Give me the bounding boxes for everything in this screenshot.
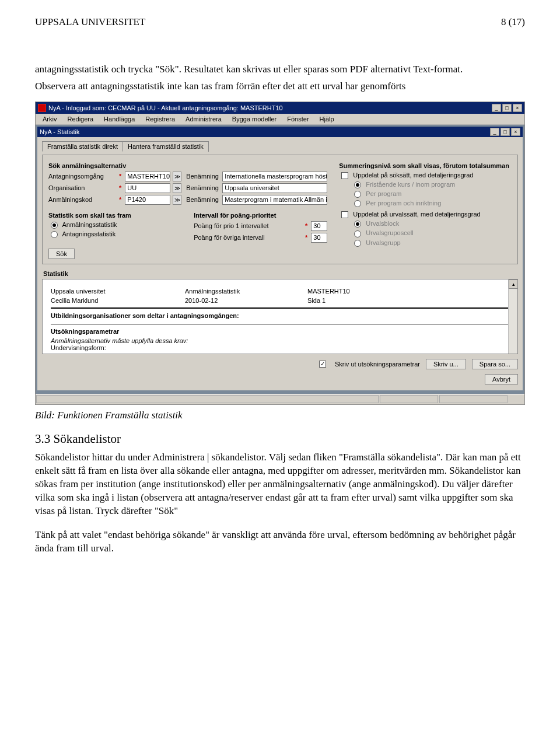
opt-label: Per program	[366, 190, 401, 197]
intro-block: antagningsstatistik och trycka "Sök". Re…	[35, 63, 525, 93]
lookup-button[interactable]: ≫	[173, 183, 181, 193]
inner-close-button[interactable]: ×	[511, 128, 520, 136]
label-prio1: Poäng för prio 1 intervallet	[194, 222, 302, 229]
input-ovriga[interactable]: 30	[311, 233, 327, 243]
radio-icon	[354, 191, 361, 198]
required-marker: *	[118, 173, 123, 180]
checkbox-icon	[341, 172, 348, 179]
checkbox-icon	[341, 211, 348, 218]
label-benamning: Benämning	[184, 184, 220, 191]
header-left: UPPSALA UNIVERSITET	[35, 16, 145, 28]
opt-antagningsstatistik[interactable]: Antagningsstatistik	[51, 230, 182, 238]
inner-maximize-button[interactable]: □	[501, 128, 510, 136]
opt-label: Urvalsgruposcell	[366, 229, 413, 236]
titlebar-outer: NyA - Inloggad som: CECMAR på UU - Aktue…	[36, 102, 524, 114]
radio-icon	[354, 200, 361, 207]
menu-administrera[interactable]: Administrera	[181, 115, 226, 123]
skriv-ut-button[interactable]: Skriv u...	[426, 359, 466, 369]
titlebar-inner: NyA - Statistik _ □ ×	[37, 127, 523, 137]
chk-label: Uppdelat på söksätt, med detaljeringsgra…	[353, 172, 473, 179]
input-antagningsomgang[interactable]: MASTERHT10	[125, 172, 170, 181]
input-prio1[interactable]: 30	[311, 221, 327, 231]
row-ovriga: Poäng för övriga intervall * 30	[194, 233, 327, 243]
radio-icon	[354, 181, 361, 188]
required-marker: *	[118, 196, 123, 203]
menu-arkiv[interactable]: Arkiv	[38, 115, 61, 123]
radio-icon	[354, 230, 361, 237]
intro-p1: antagningsstatistik och trycka "Sök". Re…	[35, 63, 525, 76]
avbryt-button[interactable]: Avbryt	[485, 374, 518, 385]
menu-handlagga[interactable]: Handlägga	[99, 115, 139, 123]
spara-som-button[interactable]: Spara so...	[472, 359, 518, 369]
divider	[51, 324, 509, 324]
header-right: 8 (17)	[501, 16, 525, 28]
lookup-button[interactable]: ≫	[173, 195, 181, 205]
window-title: NyA - Inloggad som: CECMAR på UU - Aktue…	[48, 104, 283, 111]
input-anmalningskod[interactable]: P1420	[125, 195, 170, 205]
stat-round: MASTERHT10	[307, 288, 509, 295]
menu-bygga-modeller[interactable]: Bygga modeller	[228, 115, 281, 123]
stat-type-heading: Statistik som skall tas fram	[48, 212, 182, 219]
interval-heading: Intervall för poäng-prioritet	[194, 212, 327, 219]
chk-skriv-ut-params: Skriv ut utsökningsparametrar	[335, 361, 420, 368]
statusbar	[36, 394, 524, 404]
lookup-button[interactable]: ≫	[173, 172, 181, 181]
menu-redigera[interactable]: Redigera	[62, 115, 98, 123]
label-benamning: Benämning	[184, 173, 220, 180]
sok-button[interactable]: Sök	[48, 249, 75, 259]
opt-anmalningsstatistik[interactable]: Anmälningsstatistik	[51, 221, 182, 229]
input-organisation[interactable]: UU	[125, 183, 170, 193]
tabstrip: Framställa statistik direkt Hantera fram…	[42, 141, 518, 151]
stat-org: Uppsala universitet	[51, 288, 185, 295]
stat-date: 2010-02-12	[185, 297, 307, 304]
menu-registrera[interactable]: Registrera	[141, 115, 180, 123]
inner-minimize-button[interactable]: _	[490, 128, 499, 136]
opt-label: Per program och inriktning	[366, 200, 441, 207]
opt-urvalsgrupp: Urvalsgrupp	[354, 239, 512, 247]
scroll-up-icon[interactable]: ▴	[509, 279, 518, 289]
value-benamning-1: Uppsala universitet	[222, 183, 327, 193]
opt-label: Antagningsstatistik	[62, 230, 116, 237]
chk-urvalssatt[interactable]: Uppdelat på urvalssätt, med detaljerings…	[341, 211, 512, 218]
row-anmalningskod: Anmälningskod * P1420 ≫ Benämning Master…	[48, 195, 327, 205]
opt-urvalsgruposcell: Urvalsgruposcell	[354, 229, 512, 237]
opt-label: Anmälningsstatistik	[62, 221, 117, 228]
figure-caption: Bild: Funktionen Framställa statistik	[35, 410, 525, 421]
statistik-heading: Statistik	[43, 270, 518, 277]
row-prio1: Poäng för prio 1 intervallet * 30	[194, 221, 327, 231]
label-anmalningskod: Anmälningskod	[48, 196, 116, 203]
stat-type: Anmälningsstatistik	[185, 288, 307, 295]
opt-label: Urvalsblock	[366, 220, 399, 227]
divider	[51, 307, 509, 309]
stat-h1: Utbildningsorganisationer som deltar i a…	[51, 312, 509, 319]
maximize-button[interactable]: □	[502, 104, 512, 112]
checkbox-icon[interactable]	[319, 361, 326, 368]
radio-icon	[354, 221, 361, 228]
menu-fonster[interactable]: Fönster	[282, 115, 313, 123]
required-marker: *	[118, 184, 123, 191]
scrollbar[interactable]: ▴	[508, 279, 517, 354]
intro-p2: Observera att antagningsstatistik inte k…	[35, 80, 525, 93]
value-benamning-2: Masterprogram i matematik Allmän inriktn…	[222, 195, 327, 205]
stat-user: Cecilia Marklund	[51, 297, 185, 304]
stat-h3: Anmälningsalternativ måste uppfylla dess…	[51, 337, 509, 344]
section-heading: 3.3 Sökandelistor	[35, 432, 525, 446]
opt-fristaende: Fristående kurs / inom program	[354, 181, 512, 188]
inner-window-title: NyA - Statistik	[40, 128, 79, 135]
tab-hantera[interactable]: Hantera framställd statistik	[123, 141, 209, 152]
close-button[interactable]: ×	[513, 104, 522, 112]
chk-soksatt[interactable]: Uppdelat på söksätt, med detaljeringsgra…	[341, 172, 512, 179]
required-marker: *	[304, 234, 309, 241]
opt-label: Urvalsgrupp	[366, 239, 400, 246]
minimize-button[interactable]: _	[492, 104, 501, 112]
row-antagningsomgang: Antagningsomgång * MASTERHT10 ≫ Benämnin…	[48, 172, 327, 181]
chk-label: Uppdelat på urvalssätt, med detaljerings…	[353, 211, 480, 218]
search-heading: Sök anmälningsalternativ	[48, 162, 327, 169]
tab-framstalla[interactable]: Framställa statistik direkt	[42, 141, 123, 152]
summary-heading: Summeringsnivå som skall visas, förutom …	[339, 162, 512, 169]
para-2: Tänk på att valet "endast behöriga sökan…	[35, 529, 525, 555]
value-benamning-0: Internationella mastersprogram hösttermi…	[222, 172, 327, 181]
radio-icon	[51, 222, 58, 229]
row-organisation: Organisation * UU ≫ Benämning Uppsala un…	[48, 183, 327, 193]
menu-hjalp[interactable]: Hjälp	[315, 115, 339, 123]
